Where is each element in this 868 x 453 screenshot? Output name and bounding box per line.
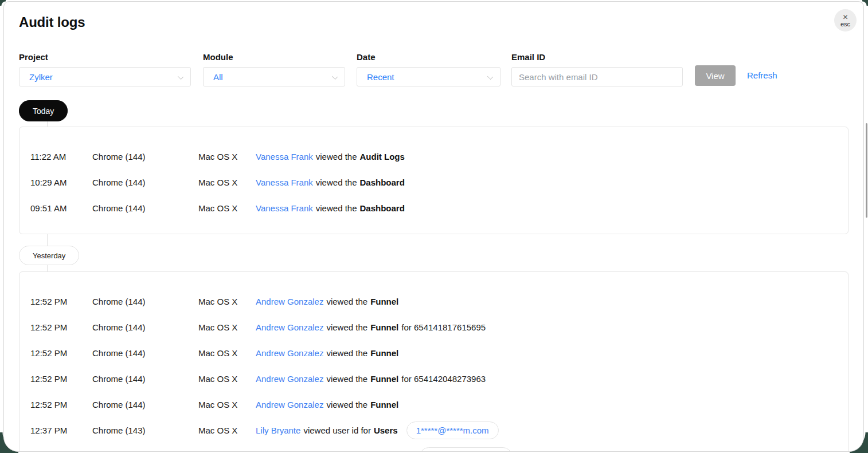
log-rows: 11:22 AM Chrome (144) Mac OS X Vanessa F… — [19, 144, 848, 221]
log-action-text: viewed the — [316, 152, 357, 161]
log-time: 10:29 AM — [30, 178, 92, 187]
log-os: Mac OS X — [198, 152, 256, 161]
log-message: Andrew Gonzalez viewed the Funnel — [256, 348, 848, 358]
log-message: Andrew Gonzalez viewed the Funnel for 65… — [256, 374, 848, 384]
refresh-link[interactable]: Refresh — [747, 70, 777, 80]
date-filter-label: Date — [357, 52, 501, 62]
log-os: Mac OS X — [198, 400, 256, 409]
log-target: Users — [374, 426, 398, 435]
log-browser: Chrome (144) — [92, 400, 198, 409]
date-select-value: Recent — [367, 72, 394, 82]
log-browser: Chrome (144) — [92, 178, 198, 187]
log-browser: Chrome (144) — [92, 152, 198, 161]
log-message: Vanessa Frank viewed the Dashboard — [256, 178, 848, 187]
log-browser: Chrome (144) — [92, 374, 198, 384]
email-search-input[interactable] — [511, 67, 683, 86]
user-link[interactable]: Andrew Gonzalez — [256, 400, 323, 409]
module-filter: Module All — [203, 52, 345, 86]
log-action-text: viewed the — [326, 297, 367, 306]
log-browser: Chrome (144) — [92, 297, 198, 306]
module-select[interactable]: All — [203, 67, 345, 86]
log-target: Dashboard — [360, 178, 405, 187]
log-suffix: for 654141817615695 — [401, 322, 486, 332]
user-link[interactable]: Andrew Gonzalez — [256, 297, 323, 306]
log-browser: Chrome (144) — [92, 203, 198, 213]
log-action-text: viewed user id for — [303, 426, 371, 435]
date-filter: Date Recent — [357, 52, 501, 86]
project-select[interactable]: Zylker — [19, 67, 191, 86]
user-link[interactable]: Andrew Gonzalez — [256, 348, 323, 358]
modal-close-button[interactable]: ✕ esc — [834, 9, 857, 31]
day-pill-label: Today — [33, 107, 54, 116]
timeline-groups: Today 11:22 AM Chrome (144) Mac OS X Van… — [19, 100, 849, 452]
user-link[interactable]: Lily Bryante — [256, 451, 300, 452]
filter-bar: Project Zylker Module All Date Recent Em… — [19, 52, 849, 86]
log-time: 12:52 PM — [30, 374, 92, 384]
project-select-value: Zylker — [29, 72, 53, 82]
user-link[interactable]: Vanessa Frank — [256, 152, 313, 161]
log-row: 12:52 PM Chrome (144) Mac OS X Andrew Go… — [19, 366, 848, 392]
date-select[interactable]: Recent — [357, 67, 501, 86]
log-row: 12:37 PM Chrome (143) Mac OS X Lily Brya… — [19, 417, 848, 443]
log-message: Lily Bryante viewed the details for User… — [256, 447, 848, 452]
email-filter-label: Email ID — [511, 52, 683, 62]
log-time: 12:37 PM — [30, 426, 92, 435]
log-action-text: viewed the — [326, 348, 367, 358]
close-icon: ✕ — [842, 14, 848, 21]
project-filter-label: Project — [19, 52, 191, 62]
audit-logs-modal: Audit logs ✕ esc Project Zylker Module A… — [3, 1, 864, 452]
log-message: Andrew Gonzalez viewed the Funnel — [256, 400, 848, 409]
log-row: 12:52 PM Chrome (144) Mac OS X Andrew Go… — [19, 392, 848, 417]
log-time: 12:07 PM — [30, 451, 92, 452]
day-pill[interactable]: Today — [19, 100, 68, 121]
log-message: Andrew Gonzalez viewed the Funnel — [256, 297, 848, 306]
log-os: Mac OS X — [198, 374, 256, 384]
module-filter-label: Module — [203, 52, 345, 62]
log-time: 12:52 PM — [30, 322, 92, 332]
masked-email-badge[interactable]: 1*****@*****m.com — [420, 447, 512, 452]
chevron-down-icon — [333, 74, 337, 79]
log-browser: Chrome (143) — [92, 426, 198, 435]
page-title: Audit logs — [19, 14, 85, 30]
log-card: 12:52 PM Chrome (144) Mac OS X Andrew Go… — [19, 271, 849, 452]
log-time: 12:52 PM — [30, 297, 92, 306]
log-message: Andrew Gonzalez viewed the Funnel for 65… — [256, 322, 848, 332]
log-os: Mac OS X — [198, 297, 256, 306]
log-target: Funnel — [370, 322, 398, 332]
log-card: 11:22 AM Chrome (144) Mac OS X Vanessa F… — [19, 127, 849, 234]
log-suffix: for 654142048273963 — [401, 374, 486, 384]
log-row: 09:51 AM Chrome (144) Mac OS X Vanessa F… — [19, 195, 848, 221]
log-time: 12:52 PM — [30, 348, 92, 358]
log-action-text: viewed the — [316, 178, 357, 187]
log-action-text: viewed the details for — [303, 451, 384, 452]
day-pill[interactable]: Yesterday — [19, 246, 79, 265]
view-button[interactable]: View — [695, 65, 736, 86]
log-os: Mac OS X — [198, 322, 256, 332]
log-row: 12:52 PM Chrome (144) Mac OS X Andrew Go… — [19, 340, 848, 366]
log-action-text: viewed the — [326, 400, 367, 409]
log-row: 12:07 PM Chrome (143) Mac OS X Lily Brya… — [19, 443, 848, 452]
log-os: Mac OS X — [198, 426, 256, 435]
module-select-value: All — [213, 72, 223, 82]
user-link[interactable]: Andrew Gonzalez — [256, 374, 323, 384]
log-action-text: viewed the — [326, 374, 367, 384]
log-time: 09:51 AM — [30, 203, 92, 213]
log-os: Mac OS X — [198, 178, 256, 187]
user-link[interactable]: Andrew Gonzalez — [256, 322, 323, 332]
masked-email-badge[interactable]: 1*****@*****m.com — [406, 422, 499, 439]
log-target: Users — [387, 451, 411, 452]
log-time: 12:52 PM — [30, 400, 92, 409]
log-os: Mac OS X — [198, 203, 256, 213]
log-browser: Chrome (143) — [92, 451, 198, 452]
user-link[interactable]: Vanessa Frank — [256, 203, 313, 213]
log-target: Funnel — [370, 374, 398, 384]
log-target: Audit Logs — [360, 152, 405, 161]
log-message: Vanessa Frank viewed the Audit Logs — [256, 152, 848, 161]
log-browser: Chrome (144) — [92, 348, 198, 358]
log-row: 10:29 AM Chrome (144) Mac OS X Vanessa F… — [19, 170, 848, 195]
log-target: Funnel — [370, 400, 398, 409]
user-link[interactable]: Vanessa Frank — [256, 178, 313, 187]
vertical-scrollbar[interactable] — [866, 123, 867, 218]
user-link[interactable]: Lily Bryante — [256, 426, 300, 435]
log-row: 12:52 PM Chrome (144) Mac OS X Andrew Go… — [19, 314, 848, 340]
